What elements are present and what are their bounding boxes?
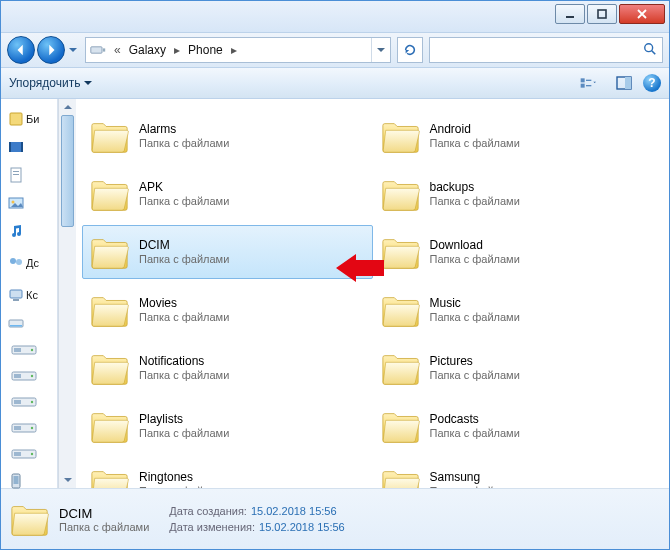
device-icon[interactable]: [86, 44, 110, 56]
folder-name: backups: [430, 180, 520, 194]
view-options-button[interactable]: [569, 72, 607, 94]
sidebar-item-homegroup[interactable]: Дс: [8, 255, 50, 271]
explorer-window: « Galaxy ▸ Phone ▸ Упорядочить: [0, 0, 670, 550]
folder-icon: [89, 348, 131, 388]
sidebar-item-drive[interactable]: [11, 395, 47, 409]
refresh-button[interactable]: [397, 37, 423, 63]
folder-item[interactable]: AlarmsПапка с файлами: [82, 109, 373, 163]
sidebar-item-libraries[interactable]: Би: [8, 111, 50, 127]
sidebar-item-docs[interactable]: [8, 167, 50, 183]
sidebar-item-videos[interactable]: [8, 139, 50, 155]
toolbar: Упорядочить ?: [1, 68, 669, 99]
sidebar-item-drive[interactable]: [11, 421, 47, 435]
scroll-up-icon[interactable]: [59, 99, 76, 115]
navbar: « Galaxy ▸ Phone ▸: [1, 33, 669, 68]
forward-button[interactable]: [37, 36, 65, 64]
sidebar-item-pictures[interactable]: [8, 195, 50, 211]
svg-point-24: [16, 259, 22, 265]
folder-name: Playlists: [139, 412, 229, 426]
folder-subtitle: Папка с файлами: [430, 136, 520, 150]
breadcrumb[interactable]: « Galaxy ▸ Phone ▸: [85, 37, 391, 63]
folder-icon: [89, 406, 131, 446]
details-created-label: Дата создания:: [169, 503, 247, 519]
breadcrumb-dropdown[interactable]: [371, 38, 390, 62]
folder-icon: [380, 232, 422, 272]
folder-item[interactable]: DownloadПапка с файлами: [373, 225, 664, 279]
sidebar-item-computer[interactable]: Кс: [8, 287, 50, 303]
folder-item[interactable]: PicturesПапка с файлами: [373, 341, 664, 395]
folder-item[interactable]: MusicПапка с файлами: [373, 283, 664, 337]
video-icon: [8, 139, 24, 155]
sidebar-item-phone[interactable]: [8, 473, 50, 489]
history-dropdown[interactable]: [67, 37, 79, 63]
folder-icon: [89, 174, 131, 214]
folder-icon: [9, 498, 51, 540]
folder-item[interactable]: AndroidПапка с файлами: [373, 109, 664, 163]
maximize-button[interactable]: [587, 4, 617, 24]
folder-item[interactable]: APKПапка с файлами: [82, 167, 373, 221]
body: Би Дс Кс: [1, 99, 669, 488]
svg-rect-30: [14, 476, 19, 484]
folder-name: DCIM: [139, 238, 229, 252]
computer-icon: [8, 287, 24, 303]
scroll-track[interactable]: [59, 115, 76, 472]
file-list[interactable]: AlarmsПапка с файламиAndroidПапка с файл…: [76, 99, 669, 488]
folder-subtitle: Папка с файлами: [139, 252, 229, 266]
close-button[interactable]: [619, 4, 665, 24]
folder-name: Pictures: [430, 354, 520, 368]
folder-item[interactable]: MoviesПапка с файлами: [82, 283, 373, 337]
svg-rect-4: [598, 10, 606, 18]
folder-name: Notifications: [139, 354, 229, 368]
folder-item[interactable]: RingtonesПапка с файлами: [82, 457, 373, 488]
folder-item[interactable]: DCIMПапка с файлами: [82, 225, 373, 279]
details-pane: DCIM Папка с файлами Дата создания: 15.0…: [1, 488, 669, 549]
details-modified-label: Дата изменения:: [169, 519, 255, 535]
folder-icon: [380, 174, 422, 214]
folder-item[interactable]: SamsungПапка с файлами: [373, 457, 664, 488]
drive-icon: [8, 315, 24, 331]
chevron-down-icon: [84, 76, 92, 90]
folder-icon: [380, 464, 422, 488]
folder-subtitle: Папка с файлами: [430, 194, 520, 208]
search-box[interactable]: [429, 37, 663, 63]
minimize-button[interactable]: [555, 4, 585, 24]
preview-pane-button[interactable]: [613, 72, 635, 94]
search-icon[interactable]: [638, 42, 662, 59]
sidebar-scrollbar[interactable]: [58, 99, 76, 488]
sidebar-item-drive-c[interactable]: [8, 315, 50, 331]
organize-menu[interactable]: Упорядочить: [9, 76, 92, 90]
folder-icon: [89, 116, 131, 156]
folder-subtitle: Папка с файлами: [139, 194, 229, 208]
breadcrumb-seg-galaxy[interactable]: Galaxy: [125, 38, 170, 62]
chevron-right-icon: ▸: [227, 43, 241, 57]
folder-name: Alarms: [139, 122, 229, 136]
folder-item[interactable]: backupsПапка с файлами: [373, 167, 664, 221]
folder-icon: [89, 290, 131, 330]
sidebar-item-drive[interactable]: [11, 447, 47, 461]
breadcrumb-seg-phone[interactable]: Phone: [184, 38, 227, 62]
sidebar-item-drive[interactable]: [11, 343, 47, 357]
folder-subtitle: Папка с файлами: [139, 426, 229, 440]
svg-rect-13: [625, 77, 631, 89]
folder-item[interactable]: NotificationsПапка с файлами: [82, 341, 373, 395]
folder-icon: [380, 116, 422, 156]
scroll-down-icon[interactable]: [59, 472, 76, 488]
svg-rect-26: [13, 299, 19, 301]
sidebar-item-music[interactable]: [8, 223, 50, 239]
svg-rect-20: [13, 174, 19, 175]
scroll-thumb[interactable]: [61, 115, 74, 227]
folder-name: Samsung: [430, 470, 520, 484]
details-created-value: 15.02.2018 15:56: [251, 503, 337, 519]
back-button[interactable]: [7, 36, 35, 64]
sidebar-item-drive[interactable]: [11, 369, 47, 383]
folder-subtitle: Папка с файлами: [139, 310, 229, 324]
chevron-left-icon: «: [110, 43, 125, 57]
svg-rect-9: [581, 84, 585, 88]
folder-item[interactable]: PodcastsПапка с файлами: [373, 399, 664, 453]
folder-item[interactable]: PlaylistsПапка с файлами: [82, 399, 373, 453]
folder-subtitle: Папка с файлами: [139, 368, 229, 382]
svg-rect-16: [9, 142, 11, 152]
help-button[interactable]: ?: [643, 74, 661, 92]
search-input[interactable]: [430, 43, 638, 57]
nav-sidebar[interactable]: Би Дс Кс: [1, 99, 58, 488]
